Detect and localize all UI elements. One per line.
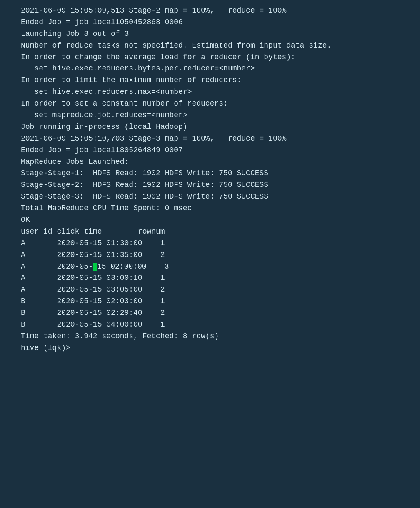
terminal-line: Stage-Stage-3: HDFS Read: 1902 HDFS Writ…	[21, 191, 412, 203]
terminal-line: A 2020-05-15 03:05:00 2	[21, 284, 412, 296]
terminal-line: Total MapReduce CPU Time Spent: 0 msec	[21, 203, 412, 214]
terminal-line: Ended Job = job_local1805264849_0007	[21, 145, 412, 156]
text-cursor	[93, 263, 97, 271]
terminal-line: 2021-06-09 15:05:09,513 Stage-2 map = 10…	[21, 5, 412, 17]
terminal-line: Launching Job 3 out of 3	[21, 28, 412, 40]
terminal-line: set hive.exec.reducers.max=<number>	[21, 86, 412, 98]
terminal-line: hive (lqk)>	[21, 342, 412, 354]
terminal-line: In order to limit the maximum number of …	[21, 75, 412, 86]
terminal-line: user_id click_time rownum	[21, 226, 412, 238]
terminal-line: A 2020-05-15 03:00:10 1	[21, 272, 412, 284]
terminal-line: A 2020-05- 15 02:00:00 3	[21, 261, 412, 273]
terminal-line: Time taken: 3.942 seconds, Fetched: 8 ro…	[21, 331, 412, 342]
terminal-line: Number of reduce tasks not specified. Es…	[21, 40, 412, 52]
terminal-line: Job running in-process (local Hadoop)	[21, 121, 412, 133]
terminal-line: A 2020-05-15 01:30:00 1	[21, 238, 412, 249]
terminal-line: B 2020-05-15 02:03:00 1	[21, 296, 412, 307]
terminal-line: In order to set a constant number of red…	[21, 98, 412, 110]
terminal-output: 2021-06-09 15:05:09,513 Stage-2 map = 10…	[21, 5, 412, 354]
terminal-line: MapReduce Jobs Launched:	[21, 156, 412, 168]
terminal-container[interactable]: 2021-06-09 15:05:09,513 Stage-2 map = 10…	[0, 3, 420, 356]
terminal-line: B 2020-05-15 02:29:40 2	[21, 307, 412, 319]
terminal-line: A 2020-05-15 01:35:00 2	[21, 249, 412, 261]
terminal-line: set hive.exec.reducers.bytes.per.reducer…	[21, 63, 412, 75]
terminal-line: In order to change the average load for …	[21, 52, 412, 63]
terminal-line: set mapreduce.job.reduces=<number>	[21, 110, 412, 121]
terminal-line: Stage-Stage-1: HDFS Read: 1902 HDFS Writ…	[21, 168, 412, 179]
terminal-line: Stage-Stage-2: HDFS Read: 1902 HDFS Writ…	[21, 179, 412, 191]
terminal-line: Ended Job = job_local1050452868_0006	[21, 17, 412, 28]
terminal-line: OK	[21, 214, 412, 226]
terminal-line: B 2020-05-15 04:00:00 1	[21, 319, 412, 331]
terminal-line: 2021-06-09 15:05:10,703 Stage-3 map = 10…	[21, 133, 412, 145]
